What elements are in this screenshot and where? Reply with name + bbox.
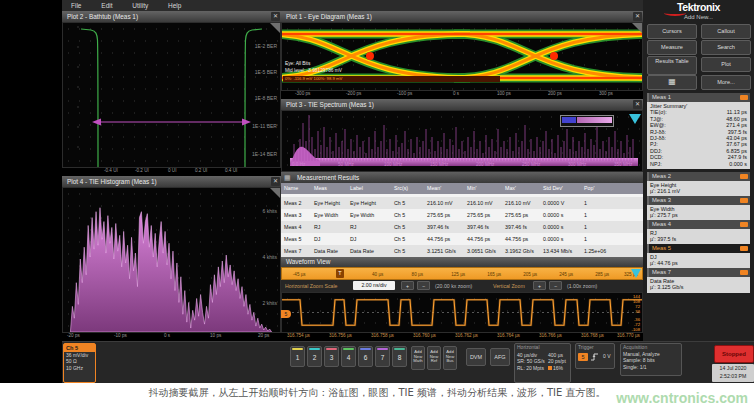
close-icon[interactable]: ✕ bbox=[271, 177, 280, 186]
axis-tick-label: 316.764 µs bbox=[497, 333, 520, 338]
marker-triangle-icon[interactable] bbox=[629, 114, 641, 124]
table-row[interactable]: Meas 3Eye WidthEye WidthCh 5275.65 ps275… bbox=[281, 209, 643, 221]
results-table-button[interactable]: Results Table bbox=[647, 56, 697, 75]
column-header[interactable]: Src(s) bbox=[394, 183, 427, 194]
channel-4-button[interactable]: 4 bbox=[341, 346, 356, 367]
column-header[interactable]: Name bbox=[284, 183, 314, 194]
menu-file[interactable]: File bbox=[62, 0, 90, 11]
hzoom-minus-button[interactable]: − bbox=[417, 281, 430, 290]
meas-badge[interactable]: Meas 4 RJ µ': 397.5 fs bbox=[647, 220, 750, 245]
channel-8-button[interactable]: 8 bbox=[392, 346, 407, 367]
axis-tick-label: 316.768 µs bbox=[581, 333, 604, 338]
channel-reference-marker[interactable]: 5 bbox=[281, 310, 291, 318]
nav-tick-label: 245 µs bbox=[559, 272, 573, 277]
column-header[interactable]: Std Dev' bbox=[543, 183, 584, 194]
channel-7-button[interactable]: 7 bbox=[375, 346, 390, 367]
channel-label: 8 bbox=[398, 354, 402, 361]
callout-button[interactable]: Callout bbox=[701, 24, 751, 39]
add-new-bus-button[interactable]: Add New Bus bbox=[443, 346, 457, 370]
column-header[interactable]: Min' bbox=[467, 183, 505, 194]
close-icon[interactable]: ✕ bbox=[633, 12, 642, 21]
column-header[interactable]: Mean' bbox=[427, 183, 467, 194]
meas-badge[interactable]: Meas 1 Jitter Summary' TIE(σ):11.13 ps T… bbox=[647, 93, 750, 169]
hzoom-plus-button[interactable]: + bbox=[401, 281, 414, 290]
eye-plot-header[interactable]: Plot 1 - Eye Diagram (Meas 1) ✕ bbox=[281, 11, 643, 22]
axis-tick-label: 100 ps bbox=[497, 91, 511, 96]
column-header[interactable]: Max' bbox=[505, 183, 543, 194]
cell: 1 bbox=[584, 221, 616, 233]
bathtub-plot[interactable]: 1E-2 BER 1E-5 BER 1E-8 BER 1E-11 BER 1E-… bbox=[62, 22, 281, 168]
search-button[interactable]: Search bbox=[701, 40, 751, 55]
results-panel-header[interactable]: ▦ Measurement Results bbox=[281, 172, 643, 183]
menu-utility[interactable]: Utility bbox=[123, 0, 157, 11]
add-new-ref-button[interactable]: Add New Ref bbox=[427, 346, 441, 370]
column-header[interactable]: Meas bbox=[314, 183, 350, 194]
spectrum-plot-header[interactable]: Plot 3 - TIE Spectrum (Meas 1) ✕ bbox=[281, 99, 643, 110]
hzoom-value-input[interactable]: 2.00 ns/div bbox=[353, 281, 395, 290]
stopped-button[interactable]: Stopped bbox=[714, 345, 754, 363]
cell: 397.46 fs bbox=[427, 221, 467, 233]
ber-label: 1E-11 BER bbox=[252, 123, 277, 129]
zoom-corner-icon[interactable] bbox=[632, 23, 642, 33]
eye-plot[interactable]: Eye: All Bits Mid level: -8.98129786 mV … bbox=[281, 22, 643, 91]
waveform-nav-bar[interactable]: -45 µs 40 µs 80 µs 125 µs 165 µs 205 µs … bbox=[281, 267, 643, 280]
acquisition-badge[interactable]: Acquisition Manual, Analyze Sample: 8 bi… bbox=[620, 343, 682, 376]
eye-overlay-levels: 0%: -116.9 mV 100%: 98.9 mV bbox=[283, 76, 500, 82]
column-header[interactable]: Pop' bbox=[584, 183, 616, 194]
meas-badge[interactable]: Meas 5 DJ µ': 44.76 ps bbox=[647, 244, 750, 269]
menu-help[interactable]: Help bbox=[159, 0, 190, 11]
menu-edit[interactable]: Edit bbox=[92, 0, 121, 11]
cell: 1 bbox=[584, 233, 616, 245]
channel-color-strip bbox=[377, 348, 388, 350]
close-icon[interactable]: ✕ bbox=[633, 100, 642, 109]
zoom-corner-icon[interactable] bbox=[270, 188, 280, 198]
table-row[interactable]: Meas 4RJRJCh 5397.46 fs397.46 fs397.46 f… bbox=[281, 221, 643, 233]
spectrum-legend[interactable] bbox=[560, 115, 614, 127]
table-row[interactable]: Meas 7Data RateData RateCh 53.1251 Gb/s3… bbox=[281, 245, 643, 257]
waveform-view-header[interactable]: Waveform View bbox=[281, 257, 643, 267]
add-new-math-button[interactable]: Add New Math bbox=[411, 346, 425, 370]
channel-3-button[interactable]: 3 bbox=[324, 346, 339, 367]
meas-badge-value: µ': 216.1 mV bbox=[650, 188, 747, 194]
measure-button[interactable]: Measure bbox=[647, 40, 697, 55]
zoom-corner-icon[interactable] bbox=[270, 23, 280, 33]
bathtub-plot-title: Plot 2 - Bathtub (Meas 1) bbox=[67, 13, 138, 20]
histogram-plot[interactable]: 6 khits 4 khits 2 khits bbox=[62, 187, 281, 333]
close-icon[interactable]: ✕ bbox=[271, 12, 280, 21]
column-header[interactable]: Label bbox=[350, 183, 394, 194]
bathtub-plot-header[interactable]: Plot 2 - Bathtub (Meas 1) ✕ bbox=[62, 11, 281, 22]
vzoom-plus-button[interactable]: + bbox=[533, 281, 546, 290]
position-marker-icon bbox=[548, 366, 552, 370]
cell: 44.756 ps bbox=[427, 233, 467, 245]
scope-display-icon-button[interactable]: ▦ bbox=[647, 75, 697, 90]
nav-marker-triangle-icon[interactable] bbox=[631, 269, 641, 278]
meas-badge[interactable]: Meas 3 Eye Width µ': 275.7 ps bbox=[647, 196, 750, 221]
meas-badge-value: µ': 3.125 Gb/s bbox=[650, 284, 747, 290]
trigger-badge[interactable]: Trigger 5 0 V bbox=[575, 343, 615, 369]
axis-tick-label: -300 ps bbox=[295, 91, 310, 96]
horizontal-badge[interactable]: Horizontal 40 µs/div SR: 50 GS/s RL: 20 … bbox=[514, 343, 571, 383]
channel-1-button[interactable]: 1 bbox=[290, 346, 305, 367]
histogram-plot-header[interactable]: Plot 4 - TIE Histogram (Meas 1) ✕ bbox=[62, 176, 281, 187]
channel-6-button[interactable]: 6 bbox=[358, 346, 373, 367]
meas-badge[interactable]: Meas 2 Eye Height µ': 216.1 mV bbox=[647, 172, 750, 197]
dvm-button[interactable]: DVM bbox=[466, 348, 486, 366]
cell: 397.46 fs bbox=[467, 221, 505, 233]
vzoom-minus-button[interactable]: − bbox=[549, 281, 562, 290]
y-axis-label: 4 khits bbox=[263, 254, 277, 260]
more-button[interactable]: More... bbox=[701, 75, 751, 90]
table-row[interactable]: Meas 2Eye HeightEye HeightCh 5216.10 mV2… bbox=[281, 197, 643, 209]
plot-button[interactable]: Plot bbox=[701, 57, 751, 72]
afg-button[interactable]: AFG bbox=[490, 348, 510, 366]
meas-badge[interactable]: Meas 7 Data Rate µ': 3.125 Gb/s bbox=[647, 268, 750, 293]
cursors-button[interactable]: Cursors bbox=[647, 24, 697, 39]
trigger-position-marker[interactable]: T bbox=[336, 269, 344, 278]
waveform-plot[interactable]: 5 144 108 72 36 -36 -72 -108 bbox=[281, 292, 643, 333]
ber-label: 1E-14 BER bbox=[252, 151, 277, 157]
axis-tick-label: 316.758 µs bbox=[371, 333, 394, 338]
cell: 275.65 ps bbox=[505, 209, 543, 221]
ch5-badge[interactable]: Ch 5 36 mV/div 50 Ω 10 GHz bbox=[63, 343, 96, 383]
table-row[interactable]: Meas 5DJDJCh 544.756 ps44.756 ps44.756 p… bbox=[281, 233, 643, 245]
channel-2-button[interactable]: 2 bbox=[307, 346, 322, 367]
spectrum-plot[interactable]: 0.0 Hz 50 MHz 100 MHz 150 MHz 200 MHz 25… bbox=[281, 110, 643, 172]
